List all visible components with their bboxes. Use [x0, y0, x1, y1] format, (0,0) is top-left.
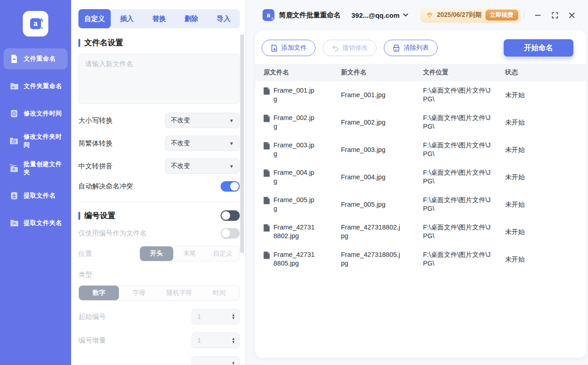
select-dropdown[interactable]: 不改变▼	[165, 136, 240, 151]
sidebar-item-2[interactable]: 文件夹重命名	[4, 76, 67, 97]
status-text: 未开始	[505, 255, 586, 264]
account-email: 392...@qq.com	[351, 11, 400, 19]
position-label: 位置	[78, 250, 92, 258]
auto-resolve-row: 自动解决命名冲突	[78, 181, 240, 192]
table-row[interactable]: Frame_004.jpgFrame_004.jpgF:\桌面文件\图片文件\J…	[255, 163, 586, 191]
status-text: 未开始	[505, 173, 586, 182]
vip-status-badge[interactable]: 2025/06/27到期 立即续费	[420, 7, 521, 23]
window-title: 简鹿文件批量重命名	[279, 11, 340, 20]
tab-3[interactable]: 替换	[143, 9, 175, 28]
auto-resolve-label: 自动解决命名冲突	[78, 182, 133, 191]
type-option-2[interactable]: 字母	[119, 286, 159, 300]
add-files-button[interactable]: 添加文件	[262, 40, 315, 56]
new-filename: Frame_427318802.jpg	[341, 223, 400, 240]
numbering-title: 编号设置	[78, 210, 115, 221]
table-row[interactable]: Frame_003.jpgFrame_003.jpgF:\桌面文件\图片文件\J…	[255, 136, 586, 163]
sidebar-item-1[interactable]: 文件重命名	[4, 48, 67, 69]
select-dropdown[interactable]: 不改变▼	[165, 113, 240, 128]
file-time-icon	[9, 109, 19, 119]
logo-arrow-icon: ↩	[39, 25, 43, 31]
number-stepper[interactable]: 1▲▼	[191, 333, 240, 348]
folder-time-icon	[9, 136, 19, 146]
window-controls	[524, 11, 575, 19]
file-path: F:\桌面文件\图片文件\JPG\	[423, 250, 492, 268]
select-value: 不改变	[171, 162, 190, 170]
stepper-arrows[interactable]: ▲▼	[232, 361, 235, 365]
number-stepper[interactable]: 1▲▼	[191, 309, 240, 324]
tab-4[interactable]: 删除	[175, 9, 207, 28]
table-row[interactable]: Frame_002.jpgFrame_002.jpgF:\桌面文件\图片文件\J…	[255, 109, 586, 136]
file-path: F:\桌面文件\图片文件\JPG\	[423, 223, 492, 240]
select-dropdown[interactable]: 不改变▼	[165, 158, 240, 174]
new-filename-input[interactable]	[78, 54, 240, 104]
only-number-toggle[interactable]	[221, 228, 240, 239]
undo-button[interactable]: 撤销修改	[323, 40, 377, 56]
stepper-down-icon[interactable]: ▼	[232, 340, 235, 344]
stepper-rows: 起始编号1▲▼编号增量1▲▼	[78, 309, 240, 348]
close-icon	[568, 12, 575, 19]
position-option-3[interactable]: 自定义	[206, 246, 239, 261]
table-row[interactable]: Frame_001.jpgFrame_001.jpgF:\桌面文件\图片文件\J…	[255, 81, 586, 109]
table-row[interactable]: Frame_427318805.jpgFrame_427318805.jpgF:…	[255, 245, 586, 273]
original-filename: Frame_003.jpg	[273, 141, 315, 158]
original-filename: Frame_427318805.jpg	[273, 250, 315, 268]
maximize-button[interactable]	[552, 12, 558, 19]
type-option-3[interactable]: 随机字符	[159, 286, 199, 300]
new-filename: Frame_003.jpg	[341, 146, 400, 154]
sidebar-item-7[interactable]: 提取文件夹名	[4, 213, 67, 234]
sidebar-item-4[interactable]: 修改文件夹时间	[4, 130, 67, 151]
extract-folder-icon	[9, 218, 19, 228]
section-accent-bar	[78, 39, 80, 47]
original-filename: Frame_005.jpg	[273, 196, 315, 213]
caret-down-icon: ▼	[229, 118, 234, 123]
add-file-icon	[270, 44, 278, 52]
controls-divider	[524, 11, 524, 19]
account-menu[interactable]: 392...@qq.com	[351, 11, 408, 19]
stepper-arrows[interactable]: ▲▼	[232, 313, 235, 320]
sidebar-item-5[interactable]: 批量创建文件夹	[4, 158, 67, 179]
tab-5[interactable]: 导入	[207, 9, 240, 28]
sidebar-item-label: 修改文件夹时间	[24, 133, 67, 149]
sidebar-item-label: 文件夹重命名	[24, 82, 62, 90]
renew-button[interactable]: 立即续费	[485, 10, 518, 21]
minimize-button[interactable]	[534, 11, 542, 19]
type-option-4[interactable]: 时间	[199, 286, 239, 300]
titlebar: aA 简鹿文件批量重命名 392...@qq.com 2025/06/27到期 …	[246, 0, 588, 30]
stepper-row-1: 起始编号1▲▼	[78, 309, 240, 324]
position-option-1[interactable]: 开头	[140, 246, 173, 261]
auto-resolve-toggle[interactable]	[221, 181, 240, 192]
position-option-2[interactable]: 末尾	[173, 246, 206, 261]
app-window: a A ↩ 文件重命名文件夹重命名修改文件时间修改文件夹时间批量创建文件夹提取文…	[0, 0, 588, 365]
tab-1[interactable]: 自定义	[78, 9, 111, 28]
stepper-row-2: 编号增量1▲▼	[78, 333, 240, 348]
select-rows: 大小写转换不改变▼简繁体转换不改变▼中文转拼音不改变▼	[78, 113, 240, 174]
sidebar-item-label: 文件重命名	[24, 55, 56, 63]
stepper-arrows[interactable]: ▲▼	[232, 337, 235, 344]
only-number-row: 仅使用编号作为文件名	[78, 228, 240, 239]
select-value: 不改变	[171, 139, 190, 147]
clear-list-button[interactable]: 清除列表	[384, 40, 438, 56]
logo-letter-alt: A	[40, 17, 43, 23]
table-row[interactable]: Frame_427318802.jpgFrame_427318802.jpgF:…	[255, 218, 586, 245]
stepper-down-icon[interactable]: ▼	[232, 317, 235, 320]
table-row[interactable]: Frame_005.jpgFrame_005.jpgF:\桌面文件\图片文件\J…	[255, 191, 586, 218]
new-filename: Frame_001.jpg	[341, 91, 400, 99]
mode-tabs: 自定义插入替换删除导入	[78, 9, 240, 28]
panel-scrollbar[interactable]	[240, 34, 244, 253]
numbering-toggle[interactable]	[221, 210, 240, 221]
sidebar-item-6[interactable]: 提取文件名	[4, 185, 67, 206]
close-button[interactable]	[568, 12, 575, 19]
sidebar-nav: 文件重命名文件夹重命名修改文件时间修改文件夹时间批量创建文件夹提取文件名提取文件…	[0, 48, 71, 234]
start-rename-button[interactable]: 开始命名	[504, 39, 573, 57]
sidebar-item-3[interactable]: 修改文件时间	[4, 103, 67, 124]
type-option-1[interactable]: 数字	[79, 286, 119, 300]
toggle-knob	[230, 182, 239, 191]
original-name-cell: Frame_001.jpg	[263, 86, 341, 104]
partial-stepper[interactable]: ▲▼	[191, 356, 240, 365]
vip-expiry-date: 2025/06/27到期	[437, 11, 482, 19]
select-value: 不改变	[171, 116, 190, 125]
table-header: 原文件名新文件名文件位置状态	[255, 64, 586, 81]
tab-2[interactable]: 插入	[111, 9, 143, 28]
new-filename: Frame_002.jpg	[341, 118, 400, 127]
original-name-cell: Frame_004.jpg	[263, 168, 341, 186]
